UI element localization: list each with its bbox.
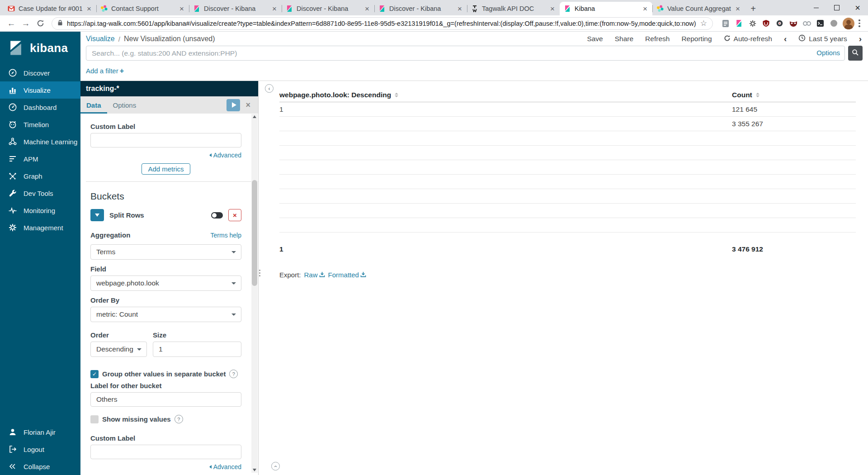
discard-changes-button[interactable]: × bbox=[245, 100, 250, 110]
export-formatted-link[interactable]: Formatted bbox=[328, 271, 366, 279]
minimize-button[interactable] bbox=[806, 0, 826, 15]
tab-close-icon[interactable]: × bbox=[179, 5, 185, 13]
bookmark-star-icon[interactable]: ☆ bbox=[700, 19, 707, 28]
remove-bucket-button[interactable]: × bbox=[228, 209, 241, 221]
browser-tab[interactable]: Discover - Kibana × bbox=[189, 2, 282, 15]
address-bar[interactable]: https://api.tag-walk.com:5601/app/kibana… bbox=[52, 17, 713, 30]
reload-button[interactable] bbox=[33, 17, 47, 30]
breadcrumb-visualize-link[interactable]: Visualize bbox=[86, 35, 115, 43]
browser-tab[interactable]: Case Update for #00186796 × bbox=[4, 2, 96, 15]
help-icon[interactable]: ? bbox=[229, 370, 238, 378]
back-button[interactable]: ← bbox=[5, 17, 18, 30]
tab-options[interactable]: Options bbox=[107, 96, 142, 114]
forward-button[interactable]: → bbox=[19, 17, 33, 30]
order-select[interactable]: Descending bbox=[90, 342, 147, 357]
size-input[interactable] bbox=[153, 342, 241, 357]
sidebar-item-management[interactable]: Management bbox=[0, 219, 80, 236]
kibana-extension-icon[interactable] bbox=[735, 19, 743, 28]
browser-tab[interactable]: Value Count Aggregation | E × bbox=[652, 2, 745, 15]
apply-changes-button[interactable] bbox=[226, 99, 240, 111]
save-button[interactable]: Save bbox=[587, 35, 603, 43]
add-metrics-button[interactable]: Add metrics bbox=[142, 163, 190, 175]
show-missing-checkbox[interactable] bbox=[90, 415, 99, 423]
reporting-button[interactable]: Reporting bbox=[681, 35, 712, 43]
tab-close-icon[interactable]: × bbox=[549, 5, 556, 13]
tab-close-icon[interactable]: × bbox=[457, 5, 463, 13]
sidebar-item-timelion[interactable]: Timelion bbox=[0, 116, 80, 133]
time-back-chevron[interactable]: ‹ bbox=[784, 34, 787, 44]
sidebar-item-dev-tools[interactable]: Dev Tools bbox=[0, 185, 80, 202]
settings-extension-icon[interactable] bbox=[775, 19, 784, 28]
advanced-toggle[interactable]: Advanced bbox=[90, 152, 241, 159]
sidebar-item-dashboard[interactable]: Dashboard bbox=[0, 99, 80, 116]
tab-close-icon[interactable]: × bbox=[86, 5, 92, 13]
order-by-select[interactable]: metric: Count bbox=[90, 307, 241, 322]
sort-icon[interactable] bbox=[395, 93, 398, 97]
circle-extension-icon[interactable] bbox=[830, 19, 838, 28]
search-button[interactable] bbox=[848, 46, 863, 61]
kibana-logo[interactable]: kibana bbox=[0, 32, 80, 64]
gear-extension-icon[interactable] bbox=[748, 19, 757, 28]
sidebar-item-machine-learning[interactable]: Machine Learning bbox=[0, 133, 80, 150]
metric-custom-label-input[interactable] bbox=[90, 133, 241, 147]
time-forward-chevron[interactable]: › bbox=[859, 34, 862, 44]
search-row: Options bbox=[80, 46, 868, 61]
other-bucket-label-input[interactable] bbox=[90, 392, 241, 407]
tab-close-icon[interactable]: × bbox=[642, 5, 648, 13]
aggregation-select[interactable]: Terms bbox=[90, 244, 241, 260]
mask-extension-icon[interactable] bbox=[789, 19, 797, 28]
browser-tab[interactable]: Discover - Kibana × bbox=[282, 2, 374, 15]
scroll-down-icon[interactable] bbox=[253, 469, 256, 471]
close-window-button[interactable]: × bbox=[847, 0, 868, 15]
sidebar-item-apm[interactable]: APM bbox=[0, 150, 80, 167]
sort-icon[interactable] bbox=[756, 93, 760, 97]
search-options-link[interactable]: Options bbox=[816, 49, 840, 57]
browser-tab[interactable]: Discover - Kibana × bbox=[374, 2, 467, 15]
pdf-extension-icon[interactable] bbox=[721, 19, 730, 28]
scroll-up-icon[interactable] bbox=[253, 115, 256, 118]
tab-close-icon[interactable]: × bbox=[271, 5, 278, 13]
add-filter-button[interactable]: Add a filter+ bbox=[86, 67, 124, 75]
sidebar-item-user[interactable]: Florian Ajir bbox=[0, 423, 80, 441]
tab-data[interactable]: Data bbox=[80, 96, 107, 114]
column-header-count[interactable]: Count bbox=[732, 91, 752, 99]
help-icon[interactable]: ? bbox=[175, 415, 183, 423]
panel-scrollbar[interactable] bbox=[251, 114, 258, 473]
browser-tab[interactable]: Contact Support × bbox=[96, 2, 189, 15]
browser-menu-icon[interactable] bbox=[855, 18, 863, 29]
profile-avatar[interactable] bbox=[843, 18, 854, 29]
collapse-editor-button[interactable]: ‹ bbox=[265, 84, 274, 93]
panel-resize-handle[interactable] bbox=[258, 270, 261, 276]
ublock-extension-icon[interactable] bbox=[762, 19, 770, 28]
browser-tab[interactable]: Tagwalk API DOC × bbox=[467, 2, 560, 15]
auto-refresh-button[interactable]: Auto-refresh bbox=[724, 35, 772, 43]
advanced-toggle[interactable]: Advanced bbox=[90, 463, 241, 470]
bucket-custom-label-input[interactable] bbox=[90, 445, 241, 459]
refresh-button[interactable]: Refresh bbox=[645, 35, 670, 43]
column-header-bucket[interactable]: webpage.photo.look: Descending bbox=[279, 91, 391, 99]
disable-agg-toggle[interactable] bbox=[211, 212, 223, 218]
search-input[interactable] bbox=[86, 46, 845, 61]
share-button[interactable]: Share bbox=[615, 35, 633, 43]
sidebar-item-collapse[interactable]: Collapse bbox=[0, 458, 80, 475]
sidebar-item-logout[interactable]: Logout bbox=[0, 441, 80, 458]
sidebar-item-visualize[interactable]: Visualize bbox=[0, 81, 80, 99]
scrollbar-thumb[interactable] bbox=[252, 180, 257, 286]
group-other-checkbox[interactable]: ✓ bbox=[90, 370, 99, 378]
field-select[interactable]: webpage.photo.look bbox=[90, 276, 241, 291]
browser-tab-active[interactable]: Kibana × bbox=[560, 2, 652, 15]
tab-close-icon[interactable]: × bbox=[735, 5, 741, 13]
terms-help-link[interactable]: Terms help bbox=[211, 232, 241, 239]
terminal-extension-icon[interactable] bbox=[816, 19, 825, 28]
scroll-top-button[interactable]: ‹ bbox=[271, 462, 280, 470]
timepicker-button[interactable]: Last 5 years bbox=[798, 34, 847, 43]
export-raw-link[interactable]: Raw bbox=[304, 271, 325, 279]
new-tab-button[interactable]: + bbox=[745, 2, 761, 15]
sidebar-item-monitoring[interactable]: Monitoring bbox=[0, 202, 80, 219]
sidebar-item-graph[interactable]: Graph bbox=[0, 167, 80, 185]
sidebar-item-discover[interactable]: Discover bbox=[0, 64, 80, 81]
tab-close-icon[interactable]: × bbox=[364, 5, 370, 13]
collapse-agg-button[interactable] bbox=[90, 209, 104, 221]
maximize-button[interactable] bbox=[826, 0, 847, 15]
proxy-extension-icon[interactable] bbox=[802, 19, 811, 28]
